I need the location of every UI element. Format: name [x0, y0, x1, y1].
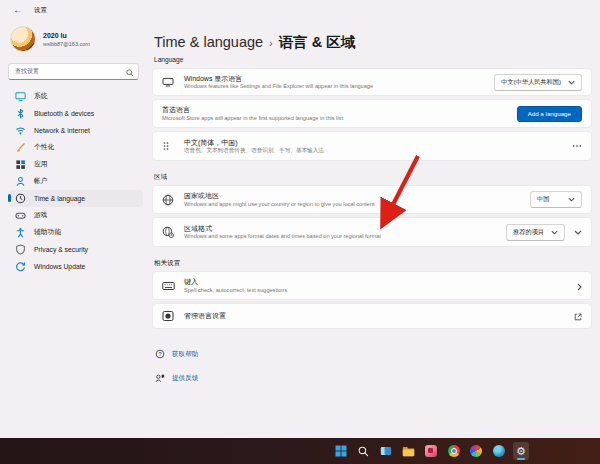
- sidebar-item-network-internet[interactable]: Network & internet: [8, 122, 143, 139]
- installed-language-card: 中文(简体，中国) 语音包、文本到语音转换、语音识别、手写、基本输入法: [152, 131, 592, 161]
- sidebar-item-gaming[interactable]: 游戏: [8, 207, 143, 224]
- sidebar-item-accounts[interactable]: 帐户: [8, 173, 143, 190]
- admin-language-globe-icon: [162, 310, 184, 322]
- paint3d-app-icon[interactable]: [491, 442, 507, 460]
- breadcrumb: Time & language › 语言 & 区域: [152, 32, 592, 52]
- send-feedback-link[interactable]: 提供反馈: [155, 369, 592, 387]
- taskbar-search-icon[interactable]: [356, 442, 372, 460]
- chevron-down-icon: [568, 197, 575, 202]
- user-profile[interactable]: 2020 lu wslbb87@163.com: [8, 24, 143, 54]
- sidebar-item-windows-update[interactable]: Windows Update: [8, 258, 143, 275]
- user-email: wslbb87@163.com: [43, 41, 90, 47]
- country-region-card: 国家或地区 Windows and apps might use your co…: [152, 185, 592, 214]
- select-value: 推荐的项目: [513, 228, 544, 237]
- select-value: 中文(中华人民共和国): [501, 78, 561, 87]
- sidebar-item-apps[interactable]: 应用: [8, 156, 143, 173]
- sidebar-item-label: Privacy & security: [34, 246, 88, 253]
- photos-app-icon[interactable]: [468, 442, 484, 460]
- more-options-icon[interactable]: [572, 144, 582, 148]
- monitor-icon: [162, 76, 184, 88]
- start-button[interactable]: [333, 442, 349, 460]
- sidebar-item-personalization[interactable]: 个性化: [8, 139, 143, 156]
- section-label-language: Language: [154, 56, 592, 65]
- select-value: 中国: [537, 195, 549, 204]
- card-subtitle: Microsoft Store apps will appear in the …: [162, 115, 511, 122]
- settings-gear-icon[interactable]: ⚙: [513, 442, 529, 460]
- gamepad-icon: [15, 210, 26, 221]
- sidebar-item-label: 应用: [34, 159, 48, 169]
- search-input[interactable]: [8, 63, 139, 80]
- taskbar-icons: ⚙: [333, 442, 529, 460]
- personalization-brush-icon: [15, 142, 26, 153]
- sidebar-item-accessibility[interactable]: 辅助功能: [8, 224, 143, 241]
- language-item-title: 中文(简体，中国): [184, 138, 566, 147]
- settings-window: ← 设置 2020 lu wslbb87@163.com 系统 Bluet: [0, 0, 600, 464]
- account-person-icon: [15, 176, 26, 187]
- feedback-icon: [155, 369, 165, 387]
- chrome-browser-icon[interactable]: [446, 442, 462, 460]
- get-help-label: 获取帮助: [172, 350, 198, 359]
- avatar: [10, 26, 36, 52]
- sidebar-item-privacy-security[interactable]: Privacy & security: [8, 241, 143, 258]
- chevron-down-icon: [551, 230, 558, 235]
- sidebar: 2020 lu wslbb87@163.com 系统 Bluetooth & d…: [0, 20, 148, 438]
- main-content: Time & language › 语言 & 区域 Language Windo…: [148, 20, 600, 438]
- media-app-icon[interactable]: [423, 442, 439, 460]
- task-view-icon[interactable]: [378, 442, 394, 460]
- sidebar-item-label: Time & language: [34, 195, 85, 202]
- sidebar-item-label: 个性化: [34, 142, 54, 152]
- bluetooth-icon: [15, 108, 26, 119]
- chevron-right-icon: [577, 277, 582, 295]
- svg-text:?: ?: [158, 351, 161, 357]
- window-title: 设置: [34, 6, 47, 15]
- keyboard-icon: [162, 281, 184, 291]
- regional-format-card: 区域格式 Windows and some apps format dates …: [152, 217, 592, 247]
- sidebar-item-bluetooth-devices[interactable]: Bluetooth & devices: [8, 105, 143, 122]
- admin-language-settings-card[interactable]: 管理语言设置: [152, 303, 592, 329]
- sidebar-item-label: 辅助功能: [34, 227, 61, 237]
- sidebar-item-label: Bluetooth & devices: [34, 110, 94, 117]
- country-select[interactable]: 中国: [530, 191, 582, 208]
- sidebar-item-label: 游戏: [34, 210, 48, 220]
- help-icon: ?: [155, 345, 165, 363]
- sidebar-item-label: 帐户: [34, 176, 48, 186]
- regional-format-select[interactable]: 推荐的项目: [506, 224, 565, 241]
- preferred-languages-card: 首选语言 Microsoft Store apps will appear in…: [152, 99, 592, 128]
- display-language-select[interactable]: 中文(中华人民共和国): [494, 74, 582, 91]
- section-label-related-settings: 相关设置: [154, 259, 592, 268]
- card-title: 国家或地区: [184, 191, 524, 200]
- sidebar-item-label: 系统: [34, 91, 48, 101]
- update-arrows-icon: [15, 261, 26, 272]
- file-explorer-icon[interactable]: [401, 442, 417, 460]
- card-subtitle: Windows and apps might use your country …: [184, 201, 524, 208]
- wifi-icon: [15, 125, 26, 136]
- card-subtitle: Spell check, autocorrect, text suggestio…: [184, 287, 571, 294]
- titlebar: ← 设置: [0, 0, 600, 20]
- language-item-features: 语音包、文本到语音转换、语音识别、手写、基本输入法: [184, 147, 566, 154]
- sidebar-item-system[interactable]: 系统: [8, 88, 143, 105]
- search-box: [8, 59, 139, 80]
- external-link-icon: [574, 307, 582, 325]
- sidebar-nav: 系统 Bluetooth & devices Network & interne…: [8, 88, 143, 275]
- typing-card[interactable]: 键入 Spell check, autocorrect, text sugges…: [152, 271, 592, 300]
- card-title: 管理语言设置: [184, 311, 568, 320]
- get-help-link[interactable]: ? 获取帮助: [155, 345, 592, 363]
- globe-icon: [162, 194, 184, 206]
- back-icon[interactable]: ←: [13, 5, 23, 15]
- sidebar-item-time-language[interactable]: Time & language: [8, 190, 143, 207]
- sidebar-item-label: Network & internet: [34, 127, 90, 134]
- breadcrumb-root[interactable]: Time & language: [154, 34, 263, 50]
- send-feedback-label: 提供反馈: [172, 374, 198, 383]
- card-title: 首选语言: [162, 105, 511, 114]
- expand-chevron-icon[interactable]: [574, 230, 582, 235]
- add-language-button[interactable]: Add a language: [517, 106, 582, 122]
- regional-format-globe-icon: [162, 226, 184, 238]
- sidebar-item-label: Windows Update: [34, 263, 85, 270]
- drag-handle-icon[interactable]: [162, 140, 184, 152]
- card-subtitle: Windows features like Settings and File …: [184, 83, 488, 90]
- user-name: 2020 lu: [43, 31, 90, 41]
- accessibility-person-icon: [15, 227, 26, 238]
- chevron-down-icon: [568, 80, 575, 85]
- card-title: 键入: [184, 277, 571, 286]
- monitor-icon: [15, 91, 26, 102]
